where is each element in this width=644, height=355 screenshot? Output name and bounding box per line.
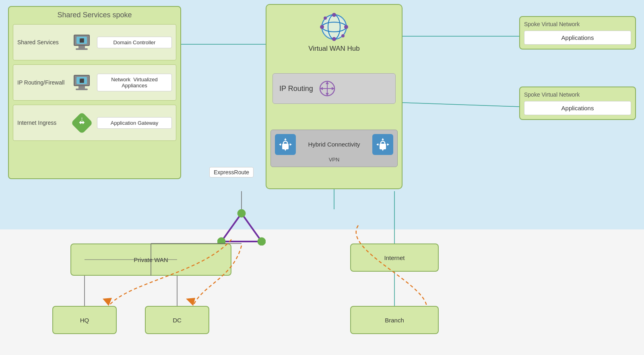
internet-ingress-label: Internet Ingress (17, 120, 70, 126)
svg-marker-24 (279, 143, 281, 146)
ip-routing-section: IP Routing (272, 73, 396, 104)
vwan-hub-container: Virtual WAN Hub IP Routing (266, 4, 402, 189)
app-gateway-icon: ⬌ ↕ (70, 111, 94, 135)
vwan-hub-title: Virtual WAN Hub (272, 45, 396, 53)
svg-point-8 (324, 17, 327, 20)
monitor-icon-2: ⬛ (70, 70, 94, 95)
svg-marker-20 (284, 138, 287, 140)
hq-label: HQ (80, 317, 89, 324)
svg-marker-26 (290, 143, 292, 146)
globe-icon (318, 11, 350, 43)
private-wan-label: Private WAN (134, 256, 168, 263)
svg-text:↕: ↕ (80, 116, 83, 122)
shared-services-row: Shared Services ⬛ Domain Controller (13, 24, 176, 60)
internet-ingress-row: Internet Ingress ⬌ ↕ Application Gateway (13, 105, 176, 141)
svg-point-6 (332, 13, 336, 17)
hq-box: HQ (52, 306, 117, 334)
svg-marker-22 (284, 149, 287, 151)
svg-marker-30 (382, 138, 384, 140)
shared-services-label: Shared Services (17, 39, 70, 45)
monitor-icon-1: ⬛ (70, 30, 94, 54)
ip-routing-firewall-row: IP Routing/Firewall ⬛ Network Virtualize… (13, 64, 176, 101)
ip-routing-label: IP Routing (279, 85, 313, 93)
dc-box: DC (145, 306, 209, 334)
svg-rect-17 (282, 144, 289, 149)
svg-point-9 (341, 34, 345, 37)
svg-marker-34 (376, 143, 378, 146)
nva-badge: Network VirtualizedAppliances (97, 74, 172, 91)
svg-marker-32 (382, 149, 384, 151)
branch-box: Branch (350, 306, 439, 334)
domain-controller-badge: Domain Controller (97, 37, 172, 48)
spoke-vnet-1: Spoke Virtual Network Applications (519, 16, 636, 50)
svg-rect-27 (380, 144, 386, 149)
spoke-vnet-2: Spoke Virtual Network Applications (519, 87, 636, 120)
spoke-vnet-2-title: Spoke Virtual Network (524, 91, 631, 98)
expressroute-triangle-icon (217, 209, 266, 246)
lock-expressroute-icon (275, 134, 296, 155)
spoke-vnet-1-title: Spoke Virtual Network (524, 21, 631, 27)
internet-label: Internet (384, 254, 405, 261)
ip-routing-icon (317, 78, 337, 99)
shared-services-spoke: Shared Services spoke Shared Services ⬛ … (8, 6, 181, 179)
svg-point-43 (258, 237, 266, 246)
spoke-vnet-1-applications: Applications (524, 31, 631, 45)
hybrid-connectivity-label: Hybrid Connectivity (296, 140, 372, 149)
hybrid-connectivity-section: Hybrid Connectivity VPN (270, 130, 398, 167)
svg-point-4 (320, 25, 324, 29)
branch-label: Branch (385, 317, 404, 324)
svg-point-7 (332, 37, 336, 41)
internet-box: Internet (350, 244, 439, 272)
private-wan-box: Private WAN (70, 244, 231, 276)
vpn-label: VPN (275, 157, 393, 163)
spoke-vnet-2-applications: Applications (524, 101, 631, 115)
spoke-title: Shared Services spoke (13, 11, 176, 19)
svg-marker-36 (387, 143, 389, 146)
svg-point-5 (344, 25, 348, 29)
app-gateway-badge: Application Gateway (97, 117, 172, 129)
dc-label: DC (173, 317, 182, 324)
lock-vpn-icon (372, 134, 393, 155)
ip-routing-firewall-label: IP Routing/Firewall (17, 79, 70, 86)
svg-point-41 (237, 209, 246, 217)
expressroute-label: ExpressRoute (209, 167, 254, 178)
